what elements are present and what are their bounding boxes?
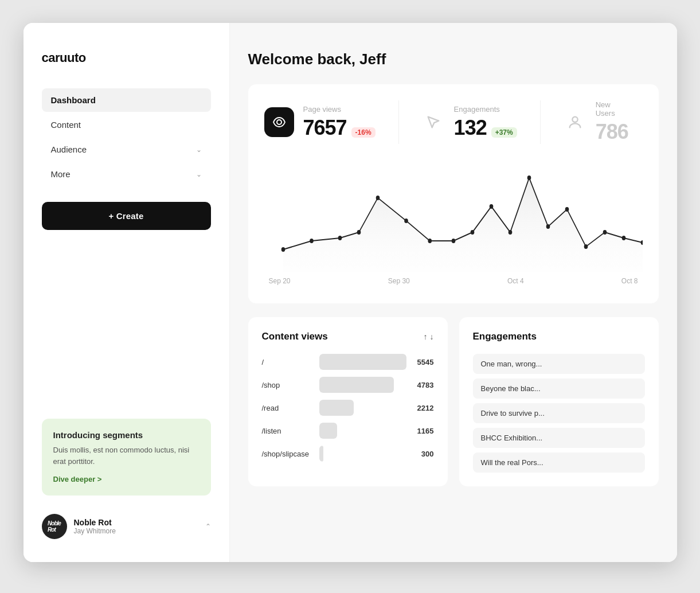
promo-text: Duis mollis, est non commodo luctus, nis… (53, 444, 200, 467)
bar-track (319, 423, 406, 439)
engagement-item[interactable]: One man, wrong... (473, 354, 645, 374)
bar-track (319, 377, 406, 393)
svg-point-10 (470, 230, 474, 235)
sort-icons: ↑ ↓ (424, 332, 434, 341)
svg-point-11 (489, 204, 493, 209)
sidebar-item-audience[interactable]: Audience ⌄ (42, 138, 211, 161)
engagement-item[interactable]: BHCC Exhibition... (473, 428, 645, 448)
bar-label: /shop (262, 381, 319, 389)
svg-point-0 (277, 120, 281, 124)
svg-point-17 (603, 230, 607, 235)
stat-value-engagements: 132 (454, 116, 487, 140)
svg-point-14 (546, 224, 550, 229)
chart-label-sep30: Sep 30 (388, 277, 410, 285)
stat-block-newusers: New Users 786 (564, 100, 651, 144)
stat-details-newusers: New Users 786 (596, 100, 628, 144)
bar-fill (319, 446, 324, 462)
app-container: caruuto Dashboard Content Audience ⌄ (24, 23, 677, 562)
sidebar-link-content[interactable]: Content (42, 113, 211, 136)
bar-value: 2212 (413, 404, 434, 412)
svg-point-2 (281, 247, 285, 252)
stat-icon-user (564, 111, 586, 134)
bar-fill (319, 377, 394, 393)
promo-link[interactable]: Dive deeper > (53, 475, 102, 483)
bar-value: 1165 (413, 427, 434, 435)
stat-value-row-pageviews: 7657 -16% (303, 116, 376, 140)
sort-asc-icon[interactable]: ↑ (424, 332, 428, 341)
bar-fill (319, 400, 354, 416)
user-info: Noble Rot Jay Whitmore (74, 518, 198, 535)
svg-point-16 (584, 244, 588, 249)
sidebar-label-dashboard: Dashboard (51, 95, 96, 105)
chart-label-oct8: Oct 8 (621, 277, 638, 285)
content-views-title: Content views ↑ ↓ (262, 331, 434, 342)
sidebar-label-audience: Audience (51, 145, 87, 154)
promo-card: Introducing segments Duis mollis, est no… (42, 419, 211, 496)
svg-point-1 (572, 117, 577, 122)
user-handle: Jay Whitmore (74, 527, 198, 535)
create-button[interactable]: + Create (42, 202, 211, 230)
svg-point-15 (565, 207, 569, 212)
bar-label: /listen (262, 427, 319, 435)
stat-value-pageviews: 7657 (303, 116, 347, 140)
chart-area: Sep 20 Sep 30 Oct 4 Oct 8 (264, 158, 643, 303)
engagement-item[interactable]: Beyone the blac... (473, 379, 645, 399)
svg-point-18 (621, 236, 625, 240)
stat-label-engagements: Engagements (454, 105, 517, 114)
chart-svg-container (264, 158, 643, 272)
stats-card: Page views 7657 -16% E (248, 84, 659, 303)
svg-point-8 (428, 239, 432, 243)
stats-row: Page views 7657 -16% E (264, 100, 643, 144)
bar-track (319, 446, 406, 462)
user-row[interactable]: NobleRot Noble Rot Jay Whitmore ⌃ (42, 509, 211, 544)
bar-value: 4783 (413, 381, 434, 389)
sidebar-item-dashboard[interactable]: Dashboard (42, 88, 211, 112)
sort-desc-icon[interactable]: ↓ (430, 332, 434, 341)
stat-value-row-engagements: 132 +37% (454, 116, 517, 140)
bar-row: /shop 4783 (262, 377, 434, 393)
bar-value: 300 (413, 450, 434, 458)
stat-badge-engagements: +37% (491, 127, 517, 138)
svg-point-13 (527, 175, 531, 180)
engagements-card: Engagements One man, wrong...Beyone the … (459, 317, 659, 486)
sidebar-item-content[interactable]: Content (42, 113, 211, 136)
stat-icon-cursor (422, 111, 445, 134)
bar-fill (319, 423, 338, 439)
stat-label-newusers: New Users (596, 100, 628, 118)
stat-label-pageviews: Page views (303, 105, 376, 114)
bar-row: /listen 1165 (262, 423, 434, 439)
sidebar-item-more[interactable]: More ⌄ (42, 162, 211, 186)
stat-block-pageviews: Page views 7657 -16% (264, 100, 399, 144)
bar-rows-container: / 5545 /shop 4783 /read 2212 /listen 116… (262, 354, 434, 462)
stat-badge-pageviews: -16% (351, 127, 376, 138)
stat-value-row-newusers: 786 (596, 120, 628, 144)
svg-point-3 (310, 239, 314, 243)
page-title: Welcome back, Jeff (248, 50, 659, 68)
stat-icon-eye (264, 107, 294, 137)
chevron-down-icon: ⌄ (196, 146, 202, 154)
stat-block-engagements: Engagements 132 +37% (422, 100, 541, 144)
sidebar-link-dashboard[interactable]: Dashboard (42, 88, 211, 112)
stat-value-newusers: 786 (596, 120, 628, 144)
svg-point-6 (376, 196, 380, 200)
bar-row: /read 2212 (262, 400, 434, 416)
sidebar-label-content: Content (51, 120, 81, 130)
sidebar-link-audience[interactable]: Audience ⌄ (42, 138, 211, 161)
sidebar-link-more[interactable]: More ⌄ (42, 162, 211, 186)
bar-fill (319, 354, 406, 370)
promo-title: Introducing segments (53, 430, 200, 440)
chart-label-sep20: Sep 20 (269, 277, 291, 285)
bar-value: 5545 (413, 358, 434, 366)
engagement-item[interactable]: Will the real Pors... (473, 452, 645, 473)
stat-details-pageviews: Page views 7657 -16% (303, 105, 376, 140)
svg-point-5 (357, 230, 361, 235)
bar-track (319, 354, 406, 370)
nav-list: Dashboard Content Audience ⌄ More ⌄ (42, 88, 211, 186)
sidebar: caruuto Dashboard Content Audience ⌄ (24, 23, 230, 562)
chevron-up-icon: ⌃ (205, 522, 211, 530)
content-views-card: Content views ↑ ↓ / 5545 /shop 4783 /rea… (248, 317, 448, 486)
svg-point-12 (508, 230, 512, 235)
logo: caruuto (42, 50, 211, 65)
engagement-item[interactable]: Drive to survive p... (473, 403, 645, 423)
bar-label: /read (262, 404, 319, 412)
